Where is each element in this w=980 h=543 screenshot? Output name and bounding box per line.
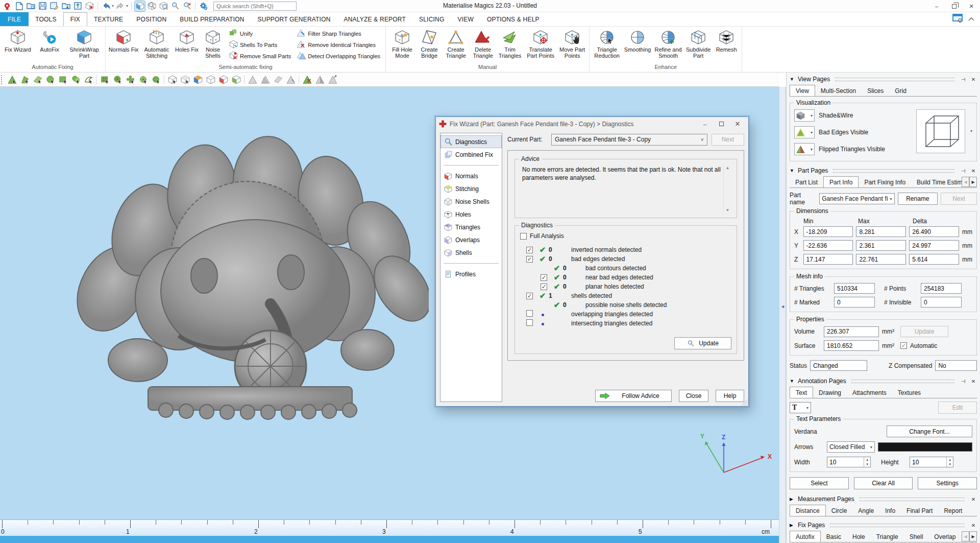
x-min-field[interactable] (804, 227, 853, 237)
nav-item-stitching[interactable]: Stitching (440, 182, 502, 195)
automatic-stitching-button[interactable]: Automatic Stitching (139, 28, 174, 59)
view-pages-header[interactable]: ▼ View Pages ⊣ ✕ (790, 74, 977, 84)
mark-freeform-icon[interactable] (83, 74, 94, 85)
diagnostic-checkbox[interactable] (526, 319, 533, 326)
expand-section-icon[interactable]: ▶ (790, 523, 795, 528)
pin-icon[interactable]: ⊣ (960, 168, 967, 174)
diagnostic-checkbox[interactable] (526, 310, 533, 317)
close-button[interactable]: ✕ (963, 0, 980, 12)
delete-marked-icon[interactable] (301, 74, 313, 85)
width-stepper[interactable]: ▲▼ (827, 457, 871, 467)
mark-triangle-icon[interactable] (6, 74, 18, 85)
collapse-panel-icon[interactable]: ◄ (780, 304, 785, 309)
menu-analyze-report[interactable]: ANALYZE & REPORT (337, 12, 412, 26)
z-min-field[interactable] (804, 254, 853, 264)
remove-part-icon[interactable] (84, 1, 94, 11)
tab-report[interactable]: Report (938, 505, 968, 516)
menu-options-help[interactable]: OPTIONS & HELP (480, 12, 546, 26)
surface-field[interactable] (824, 341, 878, 350)
rename-button[interactable]: Rename (898, 193, 938, 205)
save-as-icon[interactable] (49, 1, 59, 11)
y-delta-field[interactable] (910, 241, 959, 250)
invert-marked-icon[interactable] (314, 74, 326, 85)
dialog-minimize-button[interactable]: – (697, 119, 713, 130)
mark-plane-icon[interactable] (32, 74, 43, 85)
arrows-dropdown[interactable]: Closed Filled▾ (827, 441, 875, 453)
tab-drawing[interactable]: Drawing (813, 387, 847, 398)
nav-item-combined-fix[interactable]: Combined Fix (440, 148, 502, 161)
menu-tools[interactable]: TOOLS (29, 12, 63, 26)
tab-overlap[interactable]: Overlap (928, 531, 961, 542)
mark-wheel-icon[interactable] (137, 74, 149, 85)
status-field[interactable] (811, 361, 867, 370)
zoom-part-icon[interactable] (158, 1, 168, 11)
export-part-icon[interactable] (72, 1, 83, 11)
save-icon[interactable] (37, 1, 47, 11)
tab-scroll-right-icon[interactable]: ▶ (969, 531, 977, 541)
full-analysis-checkbox[interactable] (520, 233, 527, 240)
clear-all-button[interactable]: Clear All (854, 477, 913, 489)
unify-button[interactable]: Unify (229, 29, 291, 38)
open-icon[interactable] (26, 1, 36, 11)
tab-triangle[interactable]: Triangle (871, 531, 904, 542)
quick-search-input[interactable] (214, 2, 296, 10)
tab-textures[interactable]: Textures (892, 387, 926, 398)
bad-edges-dropdown[interactable]: ▾ (794, 126, 815, 138)
unmark-plane-icon[interactable] (272, 74, 284, 85)
mark-brush-icon[interactable] (70, 74, 82, 85)
diagnostic-checkbox[interactable]: ✓ (526, 256, 533, 263)
panel-splitter[interactable]: ◄ (779, 87, 786, 543)
close-section-icon[interactable]: ✕ (970, 497, 977, 502)
tab-final-part[interactable]: Final Part (901, 505, 938, 516)
grow-marked-icon[interactable] (327, 74, 338, 85)
mark-shell-icon[interactable] (19, 74, 31, 85)
detect-overlapping-triangles-button[interactable]: Detect Overlapping Triangles (297, 52, 380, 61)
wizard-next-button[interactable]: Next (712, 134, 744, 146)
close-section-icon[interactable]: ✕ (970, 77, 977, 82)
close-section-icon[interactable]: ✕ (970, 168, 977, 174)
mark-green-cube-icon[interactable] (230, 74, 242, 85)
measurement-pages-header[interactable]: ▶ Measurement Pages ✕ (790, 494, 977, 504)
settings-gear-icon[interactable] (199, 1, 209, 11)
tab-circle[interactable]: Circle (826, 505, 853, 516)
marked-field[interactable] (835, 297, 874, 307)
x-delta-field[interactable] (910, 227, 959, 237)
mark-smart-icon[interactable] (112, 74, 124, 85)
tab-autofix[interactable]: Autofix (790, 531, 821, 542)
select-button[interactable]: Select (790, 477, 849, 489)
x-max-field[interactable] (856, 227, 905, 237)
change-font-button[interactable]: Change Font... (887, 426, 972, 437)
import-part-icon[interactable] (61, 1, 71, 11)
menu-texture[interactable]: TEXTURE (87, 12, 130, 26)
part-name-dropdown[interactable]: Ganesh Face Pendant fi▾ (819, 193, 894, 204)
remove-small-parts-button[interactable]: Remove Small Parts (229, 52, 291, 61)
menu-fix[interactable]: FIX (63, 12, 87, 26)
subdivide-part-button[interactable]: Subdivide Part (683, 28, 713, 59)
collapse-ribbon-icon[interactable] (968, 16, 975, 23)
menu-support-generation[interactable]: SUPPORT GENERATION (251, 12, 337, 26)
dialog-maximize-button[interactable] (714, 119, 729, 130)
z-compensated-field[interactable] (936, 361, 976, 370)
advice-scrollbar[interactable]: ▲▼ (723, 164, 731, 214)
edit-annotation-button[interactable]: Edit (938, 402, 977, 414)
remove-identical-triangles-button[interactable]: Remove Identical Triangles (297, 40, 380, 50)
annotation-pages-header[interactable]: ▼ Annotation Pages ⊣ ✕ (790, 376, 977, 386)
smoothing-button[interactable]: Smoothing (622, 28, 653, 53)
collapse-section-icon[interactable]: ▼ (790, 77, 795, 82)
collapse-section-icon[interactable]: ▼ (790, 379, 795, 384)
tab-view[interactable]: View (790, 85, 815, 97)
mark-window-icon[interactable] (57, 74, 69, 85)
fit-view-icon[interactable] (135, 1, 145, 11)
triangle-reduction-button[interactable]: Triangle Reduction (592, 28, 622, 59)
diagnostic-checkbox[interactable]: ✓ (541, 284, 547, 290)
tab-info[interactable]: Info (879, 505, 901, 516)
tab-text[interactable]: Text (790, 387, 813, 398)
tab-attachments[interactable]: Attachments (847, 387, 892, 398)
nav-item-overlaps[interactable]: Overlaps (440, 233, 502, 246)
fix-pages-header[interactable]: ▶ Fix Pages ✕ (790, 520, 977, 530)
toolbar-drag-handle[interactable] (1, 75, 4, 84)
points-field[interactable] (921, 284, 961, 293)
expand-section-icon[interactable]: ▶ (790, 497, 795, 502)
holes-fix-button[interactable]: Holes Fix (174, 28, 200, 53)
quick-search-box[interactable] (213, 2, 297, 11)
